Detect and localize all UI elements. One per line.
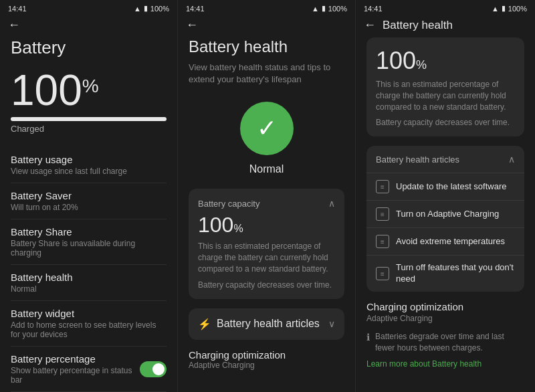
menu-item-battery-health[interactable]: Battery health Normal <box>11 265 167 301</box>
battery-capacity-card: Battery capacity ∧ 100% This is an estim… <box>189 189 344 298</box>
normal-circle: ✓ <box>240 102 294 155</box>
time-right: 14:41 <box>364 5 383 13</box>
battery-bar <box>11 117 167 121</box>
menu-item-battery-percentage[interactable]: Battery percentage Show battery percenta… <box>11 347 167 392</box>
charging-section-mid: Charging optimization Adaptive Charging <box>189 349 344 370</box>
battery-icon-right: ▮ <box>502 4 506 13</box>
article-icon-1: ≡ <box>376 180 389 193</box>
mid-panel-title: Battery health <box>189 37 344 56</box>
chevron-up-icon[interactable]: ∧ <box>328 198 335 209</box>
back-button-left[interactable]: ← <box>8 18 20 31</box>
status-bar-mid: 14:41 ▲ ▮ 100% <box>178 0 355 15</box>
menu-item-battery-saver[interactable]: Battery Saver Will turn on at 20% <box>11 183 167 219</box>
articles-card-mid[interactable]: ⚡ Battery health articles ∨ <box>189 308 344 340</box>
time-left: 14:41 <box>8 5 27 13</box>
right-charging-title: Charging optimization <box>366 301 524 312</box>
battery-pct-left: 100% <box>150 5 169 13</box>
right-charging-section: Charging optimization Adaptive Charging … <box>366 301 524 369</box>
right-page-title: Battery health <box>383 19 453 32</box>
article-icon-2: ≡ <box>376 207 389 221</box>
left-panel-title: Battery <box>11 37 167 58</box>
charging-sub-mid: Adaptive Charging <box>189 361 344 370</box>
battery-percent-display: 100% <box>11 69 167 112</box>
menu-item-battery-usage[interactable]: Battery usage View usage since last full… <box>11 147 167 183</box>
capacity-desc: This is an estimated percentage of charg… <box>198 241 335 274</box>
status-bar-left: 14:41 ▲ ▮ 100% <box>0 0 177 15</box>
article-text-4: Turn off features that you don't need <box>396 262 515 285</box>
articles-chevron-up[interactable]: ∧ <box>508 154 515 165</box>
article-item-2[interactable]: ≡ Turn on Adaptive Charging <box>366 200 524 227</box>
menu-item-battery-widget[interactable]: Battery widget Add to home screen to see… <box>11 301 167 347</box>
battery-pct-right: 100% <box>508 5 527 13</box>
articles-label: Battery health articles <box>217 318 320 330</box>
article-item-3[interactable]: ≡ Avoid extreme temperatures <box>366 227 524 255</box>
capacity-note: Battery capacity decreases over time. <box>198 280 335 290</box>
article-icon-3: ≡ <box>376 235 389 248</box>
wifi-icon-mid: ▲ <box>312 5 319 13</box>
right-charging-sub: Adaptive Charging <box>366 314 524 323</box>
left-panel: 14:41 ▲ ▮ 100% ← Battery 100% Charged Ba… <box>0 0 178 392</box>
article-text-3: Avoid extreme temperatures <box>396 236 505 248</box>
article-icon-4: ≡ <box>376 267 389 280</box>
time-mid: 14:41 <box>186 5 205 13</box>
articles-card-right: Battery health articles ∧ ≡ Update to th… <box>366 146 524 292</box>
right-card-note: Battery capacity decreases over time. <box>376 118 515 127</box>
check-icon: ✓ <box>257 114 277 142</box>
wifi-icon-left: ▲ <box>134 5 141 13</box>
back-button-mid[interactable]: ← <box>186 18 198 31</box>
mid-panel-subtitle: View battery health status and tips to e… <box>189 62 344 86</box>
right-card-desc: This is an estimated percentage of charg… <box>376 79 515 112</box>
battery-icon-mid: ▮ <box>322 4 326 13</box>
charged-label: Charged <box>11 124 167 134</box>
article-item-1[interactable]: ≡ Update to the latest software <box>366 173 524 200</box>
right-percent: 100% <box>376 47 515 75</box>
back-button-right[interactable]: ← <box>364 18 376 32</box>
articles-header-title: Battery health articles <box>376 155 459 165</box>
wifi-icon-right: ▲ <box>492 5 499 13</box>
battery-pct-mid: 100% <box>328 5 347 13</box>
article-text-1: Update to the latest software <box>396 181 506 193</box>
capacity-percent: 100% <box>198 214 335 235</box>
info-icon: ℹ <box>366 332 370 342</box>
status-bar-right: 14:41 ▲ ▮ 100% <box>356 0 535 15</box>
battery-percentage-toggle[interactable] <box>140 361 167 377</box>
article-item-4[interactable]: ≡ Turn off features that you don't need <box>366 255 524 292</box>
chevron-down-icon[interactable]: ∨ <box>328 318 335 329</box>
learn-more-link[interactable]: Learn more about Battery health <box>366 359 524 369</box>
middle-panel: 14:41 ▲ ▮ 100% ← Battery health View bat… <box>178 0 356 392</box>
normal-label: Normal <box>189 163 344 175</box>
right-charging-info: Batteries degrade over time and last few… <box>375 331 524 354</box>
article-text-2: Turn on Adaptive Charging <box>396 209 499 220</box>
charging-title-mid: Charging optimization <box>189 349 344 361</box>
capacity-card-title: Battery capacity <box>198 199 260 209</box>
articles-icon: ⚡ <box>198 318 211 330</box>
right-top-card: 100% This is an estimated percentage of … <box>366 37 524 136</box>
right-panel: 14:41 ▲ ▮ 100% ← Battery health 100% Thi… <box>356 0 535 392</box>
menu-item-battery-share[interactable]: Battery Share Battery Share is unavailab… <box>11 219 167 265</box>
battery-icon-left: ▮ <box>144 4 148 13</box>
